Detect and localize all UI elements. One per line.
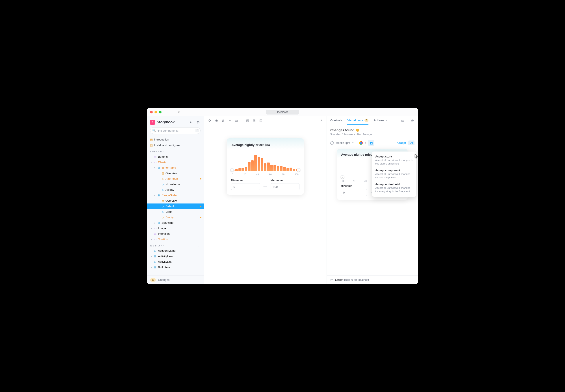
item-tooltips[interactable]: ▸▭Tooltips (147, 237, 204, 242)
address-bar[interactable]: localhost (266, 110, 299, 114)
changes-title: Changes found – (330, 128, 415, 132)
story-rs-overview[interactable]: ▤Overview (147, 198, 204, 203)
zoom-reset-icon[interactable]: ⌖ (227, 118, 232, 124)
explorer-tree: ▤Introduction ▤Install and configure LIB… (147, 137, 204, 275)
panel-footer: ⇄ Latest Build 6 on localhost ⋯ (327, 275, 418, 284)
panel-layout-icon[interactable]: ▭ (400, 118, 405, 123)
grid-icon[interactable]: ⊞ (251, 118, 257, 124)
item-charts[interactable]: ▾▭Charts (147, 159, 204, 165)
storybook-logo-icon: S (150, 120, 155, 125)
changed-dot-icon (200, 206, 202, 207)
maximize-window[interactable] (159, 111, 161, 113)
addon-tabs: Controls Visual tests3 Addons▾ ▭ ⊗ (327, 116, 418, 125)
story-rs-error[interactable]: ◇Error (147, 209, 204, 214)
search-icon: 🔍 (152, 129, 156, 132)
accept-button[interactable]: Accept (397, 141, 406, 144)
item-activityitem[interactable]: ▸⊞ActivityItem (147, 253, 204, 259)
accept-story-item[interactable]: Accept story Accept all unreviewed chang… (372, 153, 416, 167)
tab-visual-tests[interactable]: Visual tests3 (347, 116, 368, 125)
canvas-toolbar: ⟳ ⊕ ⊖ ⌖ ▭ ⊟ ⊞ ⊡ ↗ (204, 116, 327, 125)
back-button[interactable]: ← (165, 110, 170, 114)
gear-icon[interactable]: ⚙ (196, 120, 201, 125)
app-window: ← → ⟳ localhost S Storybook ⚙ 🔍 / (147, 108, 418, 284)
story-tf-allday[interactable]: ◇All day (147, 187, 204, 193)
section-library[interactable]: LIBRARY⌄ (147, 148, 204, 154)
canvas-panel: ⟳ ⊕ ⊖ ⌖ ▭ ⊟ ⊞ ⊡ ↗ Average nightly price:… (204, 116, 327, 284)
titlebar: ← → ⟳ localhost (147, 108, 418, 116)
storybook-logo-text: Storybook (157, 120, 174, 125)
story-tf-nosel[interactable]: ◇No selection (147, 182, 204, 187)
zoom-in-icon[interactable]: ⊕ (214, 118, 219, 124)
min-label: Minimum (231, 179, 260, 182)
viewport-icon[interactable]: ▭ (233, 118, 239, 124)
item-accountmenu[interactable]: ▸⊞AccountMenu (147, 248, 204, 253)
search-input[interactable] (150, 127, 201, 134)
changes-subtitle: 3 modes, 3 browsers • Ran 1m ago (330, 133, 415, 136)
item-rangeslider[interactable]: ▾⊞RangeSlider (147, 193, 204, 198)
price-histogram: || || 020406080100 (229, 149, 301, 176)
slider-handle-max[interactable]: || (297, 168, 300, 172)
measure-icon[interactable]: ⊟ (245, 118, 250, 124)
changed-dot-icon (200, 217, 202, 218)
addon-panel: Controls Visual tests3 Addons▾ ▭ ⊗ Chang… (327, 116, 418, 284)
zoom-out-icon[interactable]: ⊖ (220, 118, 226, 124)
accept-dropdown-button[interactable] (408, 140, 415, 145)
nav-arrows: ← → (165, 110, 176, 114)
chevron-down-icon: ▾ (352, 142, 353, 144)
more-icon[interactable]: ⋯ (412, 278, 415, 281)
max-input[interactable] (271, 183, 300, 190)
range-dash: — (263, 184, 267, 190)
tab-controls[interactable]: Controls (330, 116, 342, 125)
panel-close-icon[interactable]: ⊗ (410, 118, 415, 123)
sync-icon[interactable]: ⟳ (207, 118, 213, 124)
max-label: Maximum (271, 179, 300, 182)
changes-label: Changes (158, 278, 170, 281)
changed-dot-icon (200, 178, 202, 180)
changes-count-badge: 12 (150, 278, 156, 282)
min-input[interactable] (231, 183, 260, 190)
card-title: Average nightly price: $54 (232, 143, 299, 147)
range-slider-card: Average nightly price: $54 || || 0204060… (227, 138, 304, 195)
warning-dot-icon: – (356, 129, 359, 132)
close-window[interactable] (150, 111, 153, 113)
diff-min-label: Minimum (341, 184, 367, 188)
item-builditem[interactable]: ▸⊞BuildItem (147, 265, 204, 270)
reload-button[interactable]: ⟳ (177, 110, 182, 114)
accept-build-item[interactable]: Accept entire build Accept all unreviewe… (372, 181, 416, 195)
chrome-icon[interactable] (359, 141, 363, 145)
mode-select[interactable]: Mobile light (336, 141, 350, 144)
accept-dropdown-menu: Accept story Accept all unreviewed chang… (372, 152, 416, 197)
outline-icon[interactable]: ⊡ (258, 118, 263, 124)
chevron-down-icon: ▾ (365, 142, 366, 144)
item-activitylist[interactable]: ▸⊞ActivityList (147, 259, 204, 265)
search-shortcut: / (195, 129, 199, 132)
open-external-icon[interactable]: ↗ (318, 118, 323, 124)
item-image[interactable]: ▸▭Image (147, 225, 204, 231)
diff-toggle-icon[interactable]: ◩ (368, 140, 374, 146)
slider-handle-min[interactable]: || (230, 168, 234, 172)
chevron-down-icon: ▾ (386, 119, 387, 122)
window-controls (150, 111, 161, 113)
sidebar-footer[interactable]: 12 Changes (147, 275, 204, 284)
mode-icon (330, 141, 334, 145)
story-tf-overview[interactable]: ▤Overview (147, 170, 204, 176)
forward-button[interactable]: → (171, 110, 176, 114)
story-tf-afternoon[interactable]: ◇Afternoon (147, 176, 204, 182)
minimize-window[interactable] (155, 111, 157, 113)
swap-icon[interactable]: ⇄ (330, 278, 333, 281)
item-timeframe[interactable]: ▾⊞TimeFrame (147, 165, 204, 170)
doc-install[interactable]: ▤Install and configure (147, 142, 204, 148)
item-buttons[interactable]: ▸▭Buttons (147, 154, 204, 159)
doc-introduction[interactable]: ▤Introduction (147, 137, 204, 142)
play-icon[interactable] (189, 121, 194, 124)
sidebar: S Storybook ⚙ 🔍 / ▤Introduction ▤Install… (147, 116, 204, 284)
accept-component-item[interactable]: Accept component Accept all unreviewed c… (372, 167, 416, 181)
slider-handle-min[interactable]: || (341, 175, 344, 179)
diff-min-input[interactable] (341, 189, 367, 196)
story-rs-empty[interactable]: ◇Empty (147, 214, 204, 220)
item-sparkline[interactable]: ▸⊞Sparkline (147, 220, 204, 225)
section-webapp[interactable]: WEB APP⌄ (147, 242, 204, 248)
story-rs-default[interactable]: ◇Default (147, 203, 204, 209)
item-interstitial[interactable]: ▸▭Interstitial (147, 231, 204, 237)
tab-addons[interactable]: Addons▾ (374, 116, 387, 125)
